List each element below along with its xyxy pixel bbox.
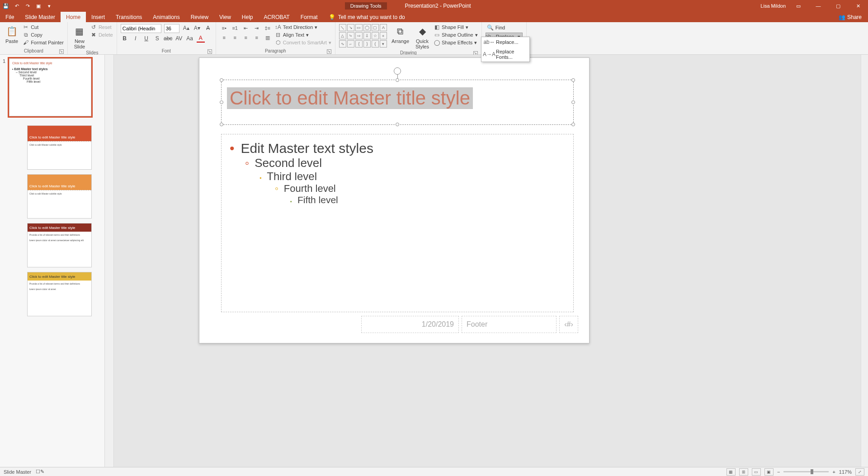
columns-button[interactable]: ▥	[263, 33, 272, 42]
line-spacing-button[interactable]: ‡≡	[263, 24, 272, 32]
bold-button[interactable]: B	[121, 34, 129, 43]
tab-acrobat[interactable]: ACROBAT	[259, 12, 295, 22]
minimize-icon[interactable]: —	[811, 0, 826, 11]
shapes-gallery[interactable]: ＼ ↘ ▭ ◯ ▢ A △ ⤷ ⇨ ⇩ ☆ ＋ ∿ ⌐ { } ( ▾	[339, 24, 387, 48]
paragraph-launcher-icon[interactable]: ↘	[327, 49, 331, 54]
title-text[interactable]: Click to edit Master title style	[227, 87, 473, 109]
copy-button[interactable]: ⧉Copy	[23, 32, 64, 38]
increase-indent-button[interactable]: ⇥	[252, 24, 261, 32]
share-button[interactable]: 👥 Share	[832, 12, 868, 22]
undo-icon[interactable]: ↶	[14, 3, 20, 9]
slide-canvas-area[interactable]: Click to edit Master title style Edit Ma…	[114, 55, 868, 467]
tab-insert[interactable]: Insert	[86, 12, 110, 22]
shape-line-icon[interactable]: ＼	[339, 24, 346, 31]
shape-arrow-icon[interactable]: ↘	[347, 24, 354, 31]
find-button[interactable]: 🔍Find	[486, 24, 523, 31]
qat-customize-icon[interactable]: ▾	[46, 3, 52, 9]
quick-styles-button[interactable]: ◆Quick Styles	[414, 24, 431, 50]
convert-smartart-button[interactable]: ⬡Convert to SmartArt▾	[275, 39, 331, 46]
maximize-icon[interactable]: ▢	[831, 0, 845, 11]
zoom-in-button[interactable]: +	[832, 469, 835, 475]
increase-font-icon[interactable]: A▴	[182, 24, 190, 32]
ribbon-display-icon[interactable]: ▭	[791, 0, 806, 11]
tab-animations[interactable]: Animations	[147, 12, 185, 22]
fit-to-window-button[interactable]: ⤢	[855, 468, 864, 476]
slide-master-canvas[interactable]: Click to edit Master title style Edit Ma…	[199, 57, 590, 343]
zoom-thumb[interactable]	[811, 469, 813, 474]
resize-handle[interactable]	[571, 123, 575, 126]
resize-handle[interactable]	[571, 100, 575, 104]
delete-button[interactable]: ✖Delete	[90, 32, 113, 38]
rotation-handle[interactable]	[394, 67, 401, 75]
tell-me-search[interactable]: 💡 Tell me what you want to do	[329, 12, 405, 22]
decrease-font-icon[interactable]: A▾	[193, 24, 201, 32]
title-placeholder[interactable]: Click to edit Master title style	[221, 80, 574, 125]
align-text-button[interactable]: ⊟Align Text▾	[275, 32, 331, 38]
redo-icon[interactable]: ↷	[24, 3, 31, 9]
accessibility-icon[interactable]: ☐✎	[36, 469, 44, 475]
clear-formatting-icon[interactable]: A̶	[204, 24, 212, 32]
tab-transitions[interactable]: Transitions	[110, 12, 147, 22]
align-center-button[interactable]: ≡	[231, 33, 240, 42]
shape-effects-button[interactable]: ◯Shape Effects▾	[434, 39, 478, 46]
layout-thumb-4[interactable]: Click to edit Master title style Provide…	[27, 272, 92, 316]
resize-handle[interactable]	[220, 100, 223, 104]
menu-replace-fonts[interactable]: A→AReplace Fonts...	[481, 47, 529, 62]
user-name[interactable]: Lisa Mildon	[760, 3, 786, 9]
menu-replace[interactable]: ab↔Replace...	[481, 37, 529, 47]
tab-review[interactable]: Review	[185, 12, 214, 22]
tab-view[interactable]: View	[214, 12, 236, 22]
layout-thumb-1[interactable]: Click to edit Master title style Click t…	[27, 125, 92, 170]
cut-button[interactable]: ✂Cut	[23, 24, 64, 30]
shape-elbow-icon[interactable]: ⌐	[347, 40, 354, 48]
align-left-button[interactable]: ≡	[220, 33, 229, 42]
shape-rrect-icon[interactable]: ▢	[372, 24, 379, 31]
justify-button[interactable]: ≡	[252, 33, 261, 42]
new-slide-button[interactable]: ▦ New Slide	[71, 24, 88, 50]
vertical-scrollbar[interactable]	[861, 55, 868, 467]
resize-handle[interactable]	[571, 78, 575, 82]
date-placeholder[interactable]: 1/20/2019	[361, 316, 459, 333]
font-name-combo[interactable]	[121, 24, 161, 33]
underline-button[interactable]: U	[142, 34, 151, 43]
reading-view-button[interactable]: ▭	[752, 468, 761, 476]
shape-more-icon[interactable]: ▾	[380, 40, 387, 48]
shape-curve-icon[interactable]: ∿	[339, 40, 346, 48]
shape-arrow3-icon[interactable]: ⇩	[363, 32, 371, 39]
reset-button[interactable]: ↺Reset	[90, 24, 113, 30]
text-direction-button[interactable]: ↕AText Direction▾	[275, 24, 331, 30]
shape-plus-icon[interactable]: ＋	[380, 32, 387, 39]
tab-slide-master[interactable]: Slide Master	[19, 12, 61, 22]
slideshow-view-button[interactable]: ▣	[764, 468, 774, 476]
tab-format[interactable]: Format	[295, 12, 323, 22]
zoom-out-button[interactable]: −	[777, 469, 780, 475]
tab-home[interactable]: Home	[61, 12, 86, 22]
shape-oval-icon[interactable]: ◯	[363, 24, 371, 31]
shape-outline-button[interactable]: ▭Shape Outline▾	[434, 32, 478, 38]
italic-button[interactable]: I	[132, 34, 140, 43]
clipboard-launcher-icon[interactable]: ↘	[59, 49, 64, 54]
sorter-view-button[interactable]: ⊞	[739, 468, 748, 476]
shape-textbox-icon[interactable]: A	[380, 24, 387, 31]
numbering-button[interactable]: ≡1	[231, 24, 240, 32]
strikethrough-button[interactable]: abc	[164, 34, 172, 43]
font-color-button[interactable]: A	[197, 34, 205, 43]
shape-brace-r-icon[interactable]: }	[363, 40, 371, 48]
thumbnails-pane[interactable]: 1 Click to edit Master title style • Edi…	[0, 55, 105, 467]
shadow-button[interactable]: S	[153, 34, 161, 43]
normal-view-button[interactable]: ▦	[726, 468, 736, 476]
change-case-button[interactable]: Aa	[186, 34, 194, 43]
align-right-button[interactable]: ≡	[241, 33, 250, 42]
font-size-combo[interactable]	[164, 24, 179, 33]
master-thumbnail[interactable]: Click to edit Master title style • Edit …	[9, 58, 91, 116]
content-placeholder[interactable]: Edit Master text styles Second level Thi…	[221, 134, 574, 312]
save-icon[interactable]: 💾	[3, 3, 9, 9]
shape-connector-icon[interactable]: ⤷	[347, 32, 354, 39]
resize-handle[interactable]	[396, 78, 399, 82]
font-launcher-icon[interactable]: ↘	[208, 49, 212, 54]
shape-brace-l-icon[interactable]: {	[355, 40, 363, 48]
footer-placeholder[interactable]: Footer	[462, 316, 557, 333]
slideshow-icon[interactable]: ▣	[35, 3, 42, 9]
shape-rect-icon[interactable]: ▭	[355, 24, 363, 31]
format-painter-button[interactable]: 🖌Format Painter	[23, 39, 64, 46]
